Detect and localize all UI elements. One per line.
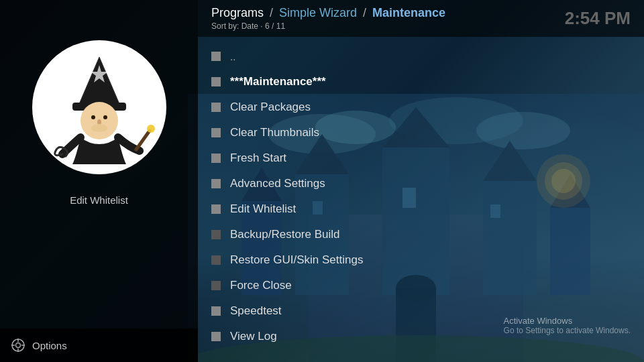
menu-item-text-force-close: Force Close [230, 279, 292, 292]
menu-item-text-restore-gui: Restore GUI/Skin Settings [230, 253, 363, 267]
bullet-backup-restore [211, 230, 221, 239]
svg-point-36 [16, 343, 21, 348]
breadcrumb: Programs / Simple Wizard / Maintenance [211, 6, 445, 20]
menu-item-text-view-log: View Log [230, 330, 277, 343]
menu-item-fresh-start[interactable]: Fresh Start [198, 145, 644, 171]
avatar [32, 40, 166, 174]
sort-info: Sort by: Date · 6 / 11 [211, 21, 445, 31]
svg-point-30 [103, 115, 107, 119]
bullet-clear-thumbnails [211, 128, 221, 137]
activate-windows-watermark: Activate Windows Go to Settings to activ… [504, 316, 631, 335]
menu-item-text-clear-thumbnails: Clear Thumbnails [230, 126, 319, 139]
svg-point-31 [97, 119, 101, 125]
options-label: Options [32, 340, 67, 351]
menu-item-text-advanced-settings: Advanced Settings [230, 177, 325, 190]
svg-line-33 [136, 131, 150, 149]
options-icon [11, 338, 25, 353]
crumb-programs: Programs [211, 6, 264, 19]
options-bar[interactable]: Options [0, 328, 198, 362]
menu-item-advanced-settings[interactable]: Advanced Settings [198, 171, 644, 196]
menu-item-text-fresh-start: Fresh Start [230, 152, 286, 165]
activate-windows-subtitle: Go to Settings to activate Windows. [504, 326, 631, 335]
bullet-clear-packages [211, 103, 221, 112]
crumb-wizard: Simple Wizard [279, 6, 357, 19]
menu-item-clear-packages[interactable]: Clear Packages [198, 95, 644, 120]
left-panel: Edit Whitelist [0, 0, 198, 362]
menu-item-text-maintenance: ***Maintenance*** [230, 75, 326, 88]
menu-item-back-text: .. [230, 51, 235, 62]
menu-item-edit-whitelist[interactable]: Edit Whitelist [198, 196, 644, 222]
menu-item-back[interactable]: .. [198, 44, 644, 69]
crumb-active: Maintenance [372, 6, 445, 19]
bullet-edit-whitelist [211, 204, 221, 214]
svg-point-32 [91, 124, 107, 132]
bullet-view-log [211, 332, 221, 341]
bullet-back [211, 52, 221, 61]
bullet-advanced-settings [211, 179, 221, 188]
menu-list: .. ***Maintenance***Clear PackagesClear … [198, 37, 644, 362]
menu-item-backup-restore[interactable]: Backup/Restore Build [198, 222, 644, 247]
svg-point-34 [147, 125, 155, 133]
wizard-icon [42, 50, 156, 164]
selected-item-label: Edit Whitelist [70, 194, 128, 206]
header: Programs / Simple Wizard / Maintenance S… [198, 0, 644, 37]
bullet-restore-gui [211, 255, 221, 265]
menu-item-maintenance[interactable]: ***Maintenance*** [198, 69, 644, 95]
bullet-speedtest [211, 306, 221, 316]
svg-point-29 [91, 115, 95, 119]
bullet-maintenance [211, 77, 221, 86]
menu-item-restore-gui[interactable]: Restore GUI/Skin Settings [198, 247, 644, 273]
activate-windows-title: Activate Windows [504, 316, 631, 326]
menu-item-clear-thumbnails[interactable]: Clear Thumbnails [198, 120, 644, 145]
menu-item-text-speedtest: Speedtest [230, 304, 282, 318]
menu-item-text-edit-whitelist: Edit Whitelist [230, 202, 296, 216]
bullet-fresh-start [211, 154, 221, 163]
bullet-force-close [211, 281, 221, 290]
svg-marker-25 [79, 57, 119, 104]
menu-item-text-clear-packages: Clear Packages [230, 101, 311, 114]
menu-item-force-close[interactable]: Force Close [198, 273, 644, 298]
menu-item-text-backup-restore: Backup/Restore Build [230, 228, 339, 241]
